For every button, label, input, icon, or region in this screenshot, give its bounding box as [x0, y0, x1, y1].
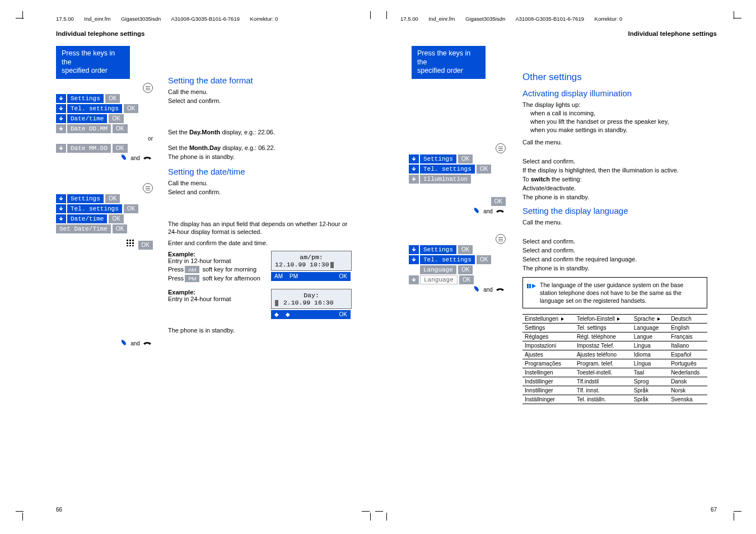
- offhook-icon: [473, 285, 480, 294]
- keybox-right: Press the keys in the specified order: [412, 46, 486, 79]
- table-cell: Programações: [522, 359, 575, 368]
- menu-icon: [496, 143, 506, 153]
- text-select-confirm: Select and confirm.: [168, 97, 353, 104]
- down-arrow-icon: [56, 104, 66, 113]
- table-cell: Português: [669, 359, 707, 368]
- example-12h-text: Entry in 12-hour format: [168, 257, 231, 264]
- language-table: Einstellungen Telefon-Einstell Sprache D…: [522, 314, 707, 404]
- ok-key: OK: [458, 245, 473, 254]
- running-header-left: 17.5.00 Ind_einr.fm Gigaset3035isdn A310…: [56, 16, 287, 22]
- ok-key: OK: [477, 165, 491, 174]
- table-cell: Ajustes teléfono: [575, 350, 632, 359]
- menu-settings: Settings: [67, 194, 104, 203]
- heading-illumination: Activating display illumination: [522, 88, 707, 98]
- svg-rect-6: [127, 245, 128, 246]
- text-select-confirm: Select and confirm.: [522, 247, 707, 254]
- table-cell: Norsk: [669, 386, 707, 395]
- down-arrow-icon: [409, 275, 419, 284]
- ok-key: OK: [109, 114, 123, 123]
- cursor-icon: [275, 300, 278, 306]
- down-arrow-icon: [56, 144, 66, 153]
- body-column-right: Other settings Activating display illumi…: [522, 72, 707, 404]
- text-select-confirm: Select and confirm.: [522, 238, 707, 245]
- ok-key: OK: [124, 104, 138, 113]
- table-cell: Lingua: [632, 341, 669, 350]
- table-cell: Taal: [632, 368, 669, 377]
- ok-key: OK: [138, 241, 153, 250]
- page-left: 17.5.00 Ind_einr.fm Gigaset3035isdn A310…: [0, 0, 378, 534]
- heading-datetime: Setting the date/time: [168, 167, 353, 176]
- table-row: IndstillingerTlf.indstilSprogDansk: [522, 377, 707, 386]
- text-select-confirm: Select and confirm.: [522, 158, 707, 165]
- ok-key: OK: [105, 194, 120, 203]
- ok-key: OK: [113, 124, 127, 133]
- text-lights-up: The display lights up:: [522, 101, 707, 108]
- table-cell: Einstellungen: [522, 315, 575, 324]
- lcd-softkeys-row: ◆◆OK: [271, 310, 351, 319]
- pm-softkey: PM: [185, 275, 199, 282]
- text-call-menu: Call the menu.: [168, 180, 353, 186]
- ok-key: OK: [336, 272, 351, 281]
- note-text: The language of the user guidance system…: [540, 282, 683, 304]
- table-cell: Impostaz Telef.: [575, 341, 632, 350]
- offhook-icon: [120, 339, 128, 348]
- text-call-menu: Call the menu.: [522, 219, 707, 226]
- run-file: Ind_einr.fm: [84, 16, 110, 22]
- table-cell: Språk: [632, 386, 669, 395]
- onhook-icon: [496, 208, 505, 215]
- table-cell: Dansk: [669, 377, 707, 386]
- run-product: Gigaset3035isdn: [121, 16, 161, 22]
- lcd-24h: Day: 2.10.99 16:30: [271, 289, 352, 309]
- table-cell: English: [669, 324, 707, 332]
- svg-rect-4: [129, 242, 131, 244]
- ok-key: OK: [458, 154, 473, 163]
- run-doc: A31008-G3035-B101-6-7619: [171, 16, 240, 22]
- example-24h: Example: Entry in 24-hour format Day: 2.…: [168, 289, 353, 319]
- table-cell: Toestel-instell.: [575, 368, 632, 377]
- table-cell: Idioma: [632, 350, 669, 359]
- ok-key: OK: [491, 197, 506, 206]
- table-cell: Língua: [632, 359, 669, 368]
- ok-key: OK: [124, 204, 138, 213]
- table-cell: Langue: [632, 332, 669, 341]
- menu-tel: Tel. settings: [420, 255, 475, 264]
- svg-rect-8: [132, 245, 134, 246]
- table-cell: Indstillinger: [522, 377, 575, 386]
- key-column-left: Settings OK Tel. settings OK Date/time O…: [56, 73, 176, 349]
- down-arrow-icon: [56, 94, 66, 103]
- heading-date-format: Setting the date format: [168, 76, 353, 85]
- bullet-item: when a call is incoming,: [530, 109, 707, 118]
- table-row: ProgramaçõesProgram. telef.LínguaPortugu…: [522, 359, 707, 368]
- table-row: InnstillingerTlf. innst.SpråkNorsk: [522, 386, 707, 395]
- menu-illumination: Illumination: [420, 175, 471, 184]
- right-arrow-icon: [657, 317, 660, 321]
- heading-display-language: Setting the display language: [522, 206, 707, 216]
- text-select-confirm: Select and confirm.: [168, 189, 353, 195]
- example-label: Example:: [168, 251, 195, 257]
- text-standby: The phone is in standby.: [168, 153, 353, 160]
- text-activate: Activate/deactivate.: [522, 185, 707, 191]
- heading-other-settings: Other settings: [522, 72, 707, 83]
- menu-icon: [143, 183, 153, 193]
- and-label: and: [483, 208, 493, 214]
- lcd-12h-l1: am/pm:: [275, 254, 348, 261]
- lcd-24h-l1: Day:: [275, 292, 348, 299]
- down-arrow-icon: [409, 165, 419, 174]
- section-title-right: Individual telephone settings: [628, 30, 717, 37]
- menu-icon: [143, 83, 153, 93]
- table-row: Einstellungen Telefon-Einstell Sprache D…: [522, 315, 707, 324]
- am-softkey: AM: [185, 266, 199, 273]
- table-row: InställningerTel. inställn.SpråkSvenska: [522, 395, 707, 404]
- onhook-icon: [143, 340, 152, 347]
- ok-key: OK: [113, 224, 127, 233]
- press-am-line: PressAM soft key for morning: [168, 266, 256, 273]
- right-arrow-icon: [561, 317, 564, 321]
- menu-language-inline: Language: [420, 275, 458, 284]
- text-inputfield: The display has an input field that depe…: [168, 220, 353, 236]
- down-arrow-icon: [409, 175, 419, 184]
- svg-rect-7: [129, 245, 131, 246]
- table-row: ImpostazioniImpostaz Telef.LinguaItalian…: [522, 341, 707, 350]
- down-arrow-icon: [56, 214, 66, 223]
- running-header-right: 17.5.00 Ind_einr.fm Gigaset3035isdn A310…: [400, 16, 631, 22]
- table-cell: Español: [669, 350, 707, 359]
